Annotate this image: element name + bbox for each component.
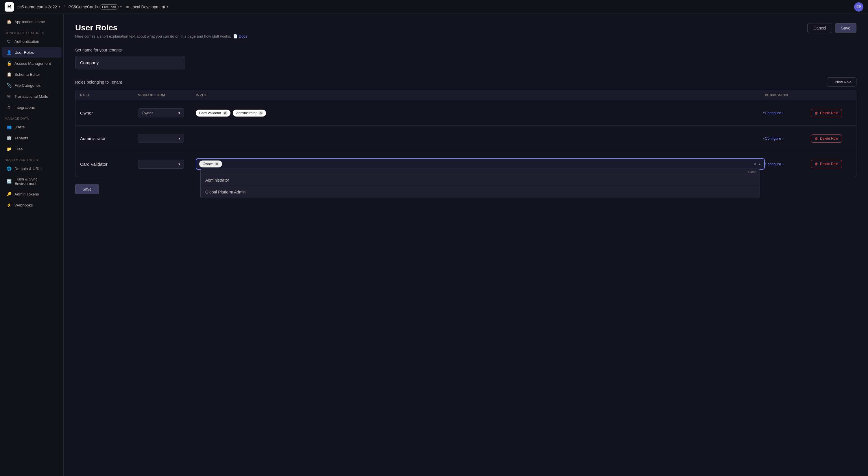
users-icon: 👥 bbox=[6, 124, 11, 129]
sidebar-item-domain-urls[interactable]: 🌐 Domain & URLs bbox=[2, 163, 62, 174]
sidebar-item-files[interactable]: 📁 Files bbox=[2, 144, 62, 154]
shield-icon: 🛡 bbox=[6, 39, 11, 44]
table-row: Administrator ▾ ▾ Configure › bbox=[75, 126, 856, 151]
sidebar-item-users[interactable]: 👥 Users bbox=[2, 122, 62, 132]
app-logo: R bbox=[5, 2, 14, 11]
invite-cell-card-validator: Owner ✕ ✕ ▲ Close Administrator Global P… bbox=[196, 158, 765, 170]
configure-administrator-button[interactable]: Configure › bbox=[765, 136, 783, 141]
project-name: PS5GameCards bbox=[68, 5, 98, 9]
table-row: Owner Owner ▾ Card Validator ✕ Administr… bbox=[75, 100, 856, 126]
app-name: ps5-game-cards-2e22 bbox=[17, 5, 57, 9]
sidebar-item-app-home[interactable]: 🏠 Application Home bbox=[2, 17, 62, 27]
role-name-card-validator: Card Validator bbox=[80, 162, 138, 167]
invite-input-area-card-validator[interactable]: Owner ✕ ✕ ▲ bbox=[196, 158, 765, 170]
webhook-icon: ⚡ bbox=[6, 202, 11, 208]
cancel-button[interactable]: Cancel bbox=[807, 23, 832, 33]
roles-header: Roles belonging to Tenant + New Role bbox=[75, 78, 857, 86]
file-categories-icon: 📎 bbox=[6, 83, 11, 88]
remove-tag-owner-button[interactable]: ✕ bbox=[215, 162, 219, 166]
sidebar-item-schema-editor[interactable]: 📋 Schema Editor bbox=[2, 69, 62, 80]
token-icon: 🔑 bbox=[6, 191, 11, 197]
sidebar-webhooks-label: Webhooks bbox=[14, 203, 33, 207]
delete-card-validator-button[interactable]: 🗑 Delete Role bbox=[811, 160, 842, 168]
sidebar-tenants-label: Tenants bbox=[14, 136, 28, 140]
save-header-button[interactable]: Save bbox=[835, 23, 857, 33]
signup-form-owner: Owner ▾ bbox=[138, 109, 196, 117]
configure-card-validator: Configure › bbox=[765, 162, 811, 166]
app-selector[interactable]: ps5-game-cards-2e22 ▾ bbox=[17, 5, 60, 9]
signup-select-owner[interactable]: Owner ▾ bbox=[138, 109, 184, 117]
invite-search-input[interactable] bbox=[224, 162, 751, 166]
sidebar-access-management-label: Access Management bbox=[14, 61, 51, 66]
sidebar-transactional-mails-label: Transactional Mails bbox=[14, 94, 48, 99]
new-role-button[interactable]: + New Role bbox=[827, 78, 857, 86]
configure-card-validator-button[interactable]: Configure › bbox=[765, 162, 783, 166]
plan-badge: Free Plan bbox=[99, 4, 119, 9]
invite-clear-icon[interactable]: ✕ bbox=[753, 162, 756, 166]
role-name-administrator: Administrator bbox=[80, 136, 138, 141]
invite-cell-administrator: ▾ bbox=[196, 134, 765, 143]
sidebar-item-user-roles[interactable]: 👤 User Roles bbox=[2, 47, 62, 58]
delete-owner-button[interactable]: 🗑 Delete Role bbox=[811, 109, 842, 117]
signup-select-administrator[interactable]: ▾ bbox=[138, 134, 184, 143]
page-header: User Roles Here comes a short explanatio… bbox=[75, 23, 857, 38]
user-roles-icon: 👤 bbox=[6, 50, 11, 55]
main-content: User Roles Here comes a short explanatio… bbox=[64, 14, 868, 476]
sidebar-app-home-label: Application Home bbox=[14, 20, 45, 24]
invite-tag-card-validator: Card Validator ✕ bbox=[196, 110, 230, 117]
delete-administrator-button[interactable]: 🗑 Delete Role bbox=[811, 135, 842, 143]
integrations-icon: ⚙ bbox=[6, 105, 11, 110]
configure-owner-button[interactable]: Configure › bbox=[765, 111, 783, 115]
table-header: Role Sign-up Form Invite Permission bbox=[75, 90, 856, 100]
dropdown-item-global-admin[interactable]: Global Platform Admin bbox=[201, 186, 760, 198]
files-icon: 📁 bbox=[6, 146, 11, 152]
page-title: User Roles bbox=[75, 23, 247, 32]
select-chevron-icon: ▾ bbox=[178, 136, 180, 141]
sidebar-item-admin-tokens[interactable]: 🔑 Admin Tokens bbox=[2, 189, 62, 199]
sidebar-section-manage: Manage Data bbox=[0, 113, 63, 121]
sidebar-authentication-label: Authentication bbox=[14, 39, 39, 44]
tenant-name-input[interactable] bbox=[75, 56, 185, 69]
trash-icon: 🗑 bbox=[815, 162, 818, 166]
schema-icon: 📋 bbox=[6, 72, 11, 77]
docs-link[interactable]: Docs bbox=[239, 34, 248, 38]
th-permission: Permission bbox=[765, 93, 811, 97]
delete-administrator: 🗑 Delete Role bbox=[811, 135, 851, 143]
sidebar-item-webhooks[interactable]: ⚡ Webhooks bbox=[2, 200, 62, 210]
save-bottom-button[interactable]: Save bbox=[75, 184, 99, 194]
flush-icon: 🔄 bbox=[6, 179, 11, 184]
role-name-owner: Owner bbox=[80, 111, 138, 115]
sidebar-item-authentication[interactable]: 🛡 Authentication bbox=[2, 36, 62, 47]
env-selector[interactable]: Local Development ▾ bbox=[126, 5, 168, 9]
env-chevron-icon: ▾ bbox=[167, 5, 168, 8]
th-signup-form: Sign-up Form bbox=[138, 93, 196, 97]
invite-tag-administrator: Administrator ✕ bbox=[233, 110, 266, 117]
signup-select-card-validator[interactable]: ▾ bbox=[138, 160, 184, 169]
table-row: Card Validator ▾ Owner ✕ ✕ bbox=[75, 151, 856, 177]
sidebar-admin-tokens-label: Admin Tokens bbox=[14, 192, 39, 196]
remove-tag-card-validator-button[interactable]: ✕ bbox=[223, 111, 227, 115]
project-chevron-icon: ▾ bbox=[120, 5, 122, 8]
sidebar-domain-urls-label: Domain & URLs bbox=[14, 167, 42, 171]
mail-icon: ✉ bbox=[6, 94, 11, 99]
sidebar-item-access-management[interactable]: 🔒 Access Management bbox=[2, 58, 62, 68]
user-avatar[interactable]: EP bbox=[854, 2, 863, 11]
sidebar-schema-editor-label: Schema Editor bbox=[14, 72, 40, 77]
invite-tag-owner: Owner ✕ bbox=[199, 160, 222, 168]
domain-icon: 🌐 bbox=[6, 166, 11, 171]
sidebar-item-tenants[interactable]: 🏢 Tenants bbox=[2, 133, 62, 143]
remove-tag-administrator-button[interactable]: ✕ bbox=[258, 111, 263, 115]
sidebar-integrations-label: Integrations bbox=[14, 105, 35, 110]
home-icon: 🏠 bbox=[6, 19, 11, 24]
sidebar-item-transactional-mails[interactable]: ✉ Transactional Mails bbox=[2, 91, 62, 101]
env-status-dot bbox=[126, 6, 129, 8]
dropdown-item-administrator[interactable]: Administrator bbox=[201, 174, 760, 186]
configure-chevron-icon: › bbox=[782, 136, 783, 141]
sidebar-item-flush-sync[interactable]: 🔄 Flush & Sync Environment bbox=[2, 174, 62, 188]
sidebar-item-integrations[interactable]: ⚙ Integrations bbox=[2, 102, 62, 113]
env-name: Local Development bbox=[130, 5, 165, 9]
sidebar-item-file-categories[interactable]: 📎 File Categories bbox=[2, 80, 62, 91]
project-selector[interactable]: PS5GameCards Free Plan ▾ bbox=[68, 4, 122, 9]
invite-collapse-icon[interactable]: ▲ bbox=[758, 162, 761, 166]
sidebar: 🏠 Application Home Configure Features 🛡 … bbox=[0, 14, 64, 476]
